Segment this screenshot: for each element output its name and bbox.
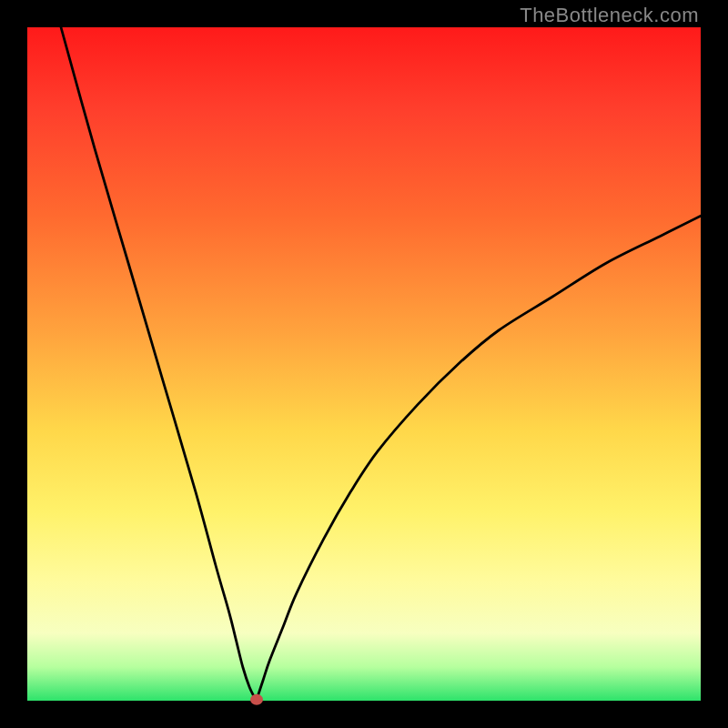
minimum-dot [250, 694, 263, 705]
curve-right-branch [257, 216, 701, 701]
curve-left-branch [61, 27, 257, 701]
chart-frame [27, 27, 701, 701]
bottleneck-curve [27, 27, 701, 701]
watermark-text: TheBottleneck.com [520, 4, 699, 27]
